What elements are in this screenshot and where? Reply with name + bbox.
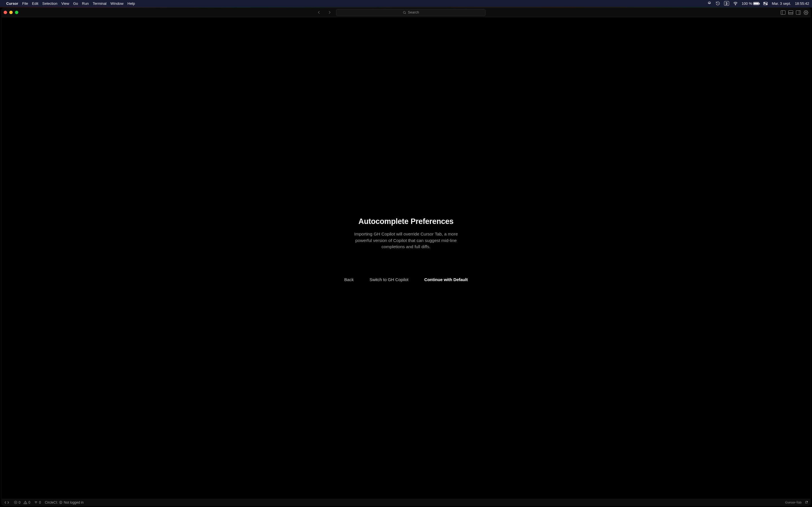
menu-view[interactable]: View: [61, 1, 69, 6]
openai-icon[interactable]: [707, 1, 712, 6]
svg-point-4: [766, 4, 767, 4]
svg-point-9: [36, 502, 36, 502]
nav-back-button[interactable]: [316, 9, 322, 16]
menu-edit[interactable]: Edit: [32, 1, 38, 6]
menu-run[interactable]: Run: [82, 1, 89, 6]
search-placeholder: Search: [408, 10, 419, 14]
macos-menubar: Cursor File Edit Selection View Go Run T…: [0, 0, 812, 7]
menu-selection[interactable]: Selection: [42, 1, 57, 6]
toggle-primary-sidebar-icon[interactable]: [781, 10, 785, 15]
menubar-app-name[interactable]: Cursor: [6, 1, 18, 6]
menu-window[interactable]: Window: [110, 1, 123, 6]
svg-point-12: [807, 501, 808, 502]
status-bar: 0 0 0 CircleCI: Not logged in Cursor Tab: [1, 499, 811, 506]
svg-point-6: [805, 12, 806, 13]
autocomplete-preferences-dialog: Autocomplete Preferences Importing GH Co…: [344, 217, 468, 282]
svg-point-2: [764, 2, 765, 3]
dialog-body: Importing GH Copilot will override Curso…: [347, 231, 465, 250]
back-button[interactable]: Back: [344, 277, 354, 282]
menubar-time[interactable]: 18:55:42: [795, 1, 809, 6]
titlebar-right-icons: [781, 10, 808, 15]
remote-indicator-icon[interactable]: [4, 500, 10, 505]
calendar-day: 3: [725, 2, 727, 5]
control-center-icon[interactable]: [763, 2, 768, 5]
account-icon: [59, 501, 63, 504]
circleci-login-state: Not logged in: [64, 501, 84, 504]
battery-status[interactable]: 100 %: [742, 1, 760, 6]
circleci-label: CircleCI:: [45, 501, 58, 504]
menubar-right: 3 100 % Mar. 3 sept. 18:55:42: [707, 1, 809, 6]
ports-counter[interactable]: 0: [34, 501, 41, 504]
minimize-window-button[interactable]: [9, 11, 13, 14]
svg-point-8: [25, 503, 26, 503]
window-controls: [4, 11, 18, 14]
search-icon: [403, 11, 406, 14]
toggle-secondary-sidebar-icon[interactable]: [796, 10, 801, 15]
nav-forward-button[interactable]: [326, 9, 333, 16]
ports-count: 0: [39, 501, 41, 504]
editor-content: Autocomplete Preferences Importing GH Co…: [1, 17, 811, 499]
history-icon[interactable]: [716, 1, 720, 6]
svg-point-0: [735, 4, 735, 5]
dialog-actions: Back Switch to GH Copilot Continue with …: [344, 277, 468, 282]
app-window: Search Autocomplete Preferences Importin…: [1, 8, 811, 506]
continue-default-button[interactable]: Continue with Default: [424, 277, 468, 282]
maximize-window-button[interactable]: [15, 11, 18, 14]
cursor-tab-status[interactable]: Cursor Tab: [785, 501, 802, 504]
calendar-icon[interactable]: 3: [724, 1, 729, 6]
switch-to-copilot-button[interactable]: Switch to GH Copilot: [369, 277, 408, 282]
dialog-title: Autocomplete Preferences: [344, 217, 468, 226]
settings-gear-icon[interactable]: [804, 10, 808, 15]
menubar-date[interactable]: Mar. 3 sept.: [772, 1, 791, 6]
svg-point-11: [60, 502, 61, 503]
toggle-panel-icon[interactable]: [788, 10, 793, 15]
warning-count: 0: [29, 501, 31, 504]
menu-help[interactable]: Help: [128, 1, 135, 6]
warning-icon: [23, 501, 28, 504]
menu-terminal[interactable]: Terminal: [93, 1, 107, 6]
notifications-icon[interactable]: [804, 501, 808, 504]
battery-percent: 100 %: [742, 1, 752, 6]
wifi-icon[interactable]: [733, 1, 738, 5]
window-titlebar: Search: [1, 8, 811, 17]
close-window-button[interactable]: [4, 11, 7, 14]
battery-icon: [753, 2, 759, 5]
circleci-status[interactable]: CircleCI: Not logged in: [45, 501, 84, 504]
menu-go[interactable]: Go: [73, 1, 78, 6]
problems-counter[interactable]: 0 0: [14, 501, 30, 504]
error-icon: [14, 501, 17, 504]
error-count: 0: [18, 501, 20, 504]
radio-tower-icon: [34, 501, 38, 504]
svg-point-5: [403, 11, 405, 13]
menu-file[interactable]: File: [22, 1, 28, 6]
search-input[interactable]: Search: [336, 9, 486, 16]
